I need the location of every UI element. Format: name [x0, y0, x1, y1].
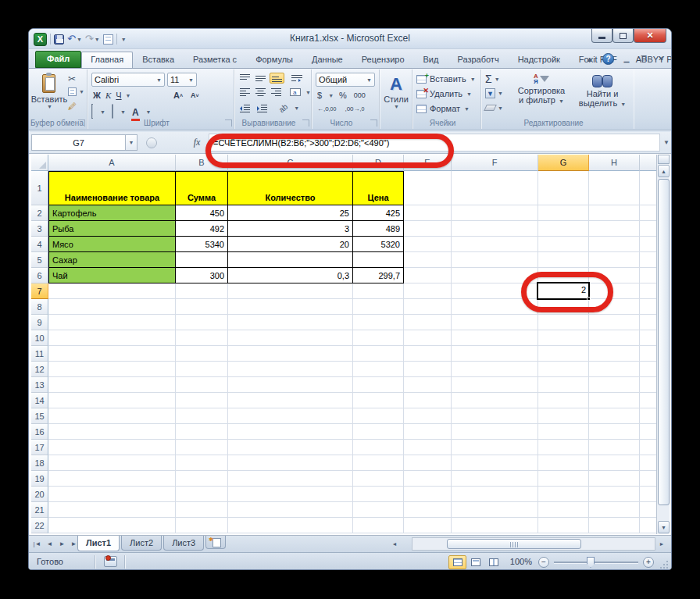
row-header-18[interactable]: 18: [31, 455, 48, 471]
minimize-button[interactable]: [591, 29, 612, 43]
cell-H14[interactable]: [589, 393, 640, 408]
cell-B13[interactable]: [176, 377, 228, 393]
cell-E22[interactable]: [404, 518, 452, 533]
cell-E2[interactable]: [404, 205, 452, 221]
grow-font-button[interactable]: A˄: [172, 90, 184, 101]
horizontal-scroll-thumb[interactable]: [447, 539, 581, 549]
cell-D17[interactable]: [353, 440, 404, 455]
cell-B5[interactable]: [176, 252, 228, 268]
cell-C14[interactable]: [228, 393, 353, 408]
cell-G5[interactable]: [538, 252, 589, 268]
cell-H22[interactable]: [589, 518, 640, 533]
ribbon-tab-главная[interactable]: Главная: [81, 52, 133, 68]
cell-C5[interactable]: [228, 252, 353, 268]
cell-G2[interactable]: [538, 205, 589, 221]
cell-D12[interactable]: [353, 362, 404, 377]
cell-H20[interactable]: [589, 487, 640, 502]
cell-C11[interactable]: [228, 346, 353, 362]
workbook-restore-button[interactable]: ❐: [638, 53, 650, 64]
row-header-15[interactable]: 15: [31, 408, 48, 424]
cell-E1[interactable]: [404, 171, 452, 205]
ribbon-tab-надстройк[interactable]: Надстройк: [509, 52, 570, 68]
cell-H19[interactable]: [589, 471, 640, 487]
cell-H2[interactable]: [589, 205, 640, 221]
row-header-7[interactable]: 7: [31, 283, 48, 299]
cell-F20[interactable]: [452, 487, 538, 502]
cell-E21[interactable]: [404, 502, 452, 518]
cell-A16[interactable]: [48, 424, 176, 440]
cell-A4[interactable]: Мясо: [48, 237, 176, 252]
zoom-out-button[interactable]: −: [538, 557, 549, 568]
borders-button[interactable]: [91, 105, 93, 119]
cell-C3[interactable]: 3: [228, 221, 353, 237]
row-header-20[interactable]: 20: [31, 487, 48, 502]
cell-C18[interactable]: [228, 455, 353, 471]
zoom-track[interactable]: [554, 562, 638, 563]
cell-H12[interactable]: [589, 362, 640, 377]
row-header-12[interactable]: 12: [31, 362, 48, 377]
cell-D19[interactable]: [353, 471, 404, 487]
cell-G20[interactable]: [538, 487, 589, 502]
cell-F14[interactable]: [452, 393, 538, 408]
row-header-13[interactable]: 13: [31, 377, 48, 393]
cell-A2[interactable]: Картофель: [48, 205, 176, 221]
column-header-H[interactable]: H: [589, 155, 640, 171]
cell-H10[interactable]: [589, 330, 640, 346]
cell-F10[interactable]: [452, 330, 538, 346]
cell-B12[interactable]: [176, 362, 228, 377]
cell-F15[interactable]: [452, 408, 538, 424]
cell-D5[interactable]: [353, 252, 404, 268]
cell-D11[interactable]: [353, 346, 404, 362]
increase-decimal-button[interactable]: ←,0,00: [316, 105, 338, 113]
orientation-button[interactable]: ab: [276, 101, 291, 116]
cell-G3[interactable]: [538, 221, 589, 237]
cell-D7[interactable]: [353, 283, 404, 299]
cell-D13[interactable]: [353, 377, 404, 393]
cell-D6[interactable]: 299,7: [353, 268, 404, 283]
decrease-indent-button[interactable]: [238, 104, 252, 113]
cell-A9[interactable]: [48, 315, 176, 330]
paste-button[interactable]: Вставить ▼: [33, 73, 66, 109]
cell-E10[interactable]: [404, 330, 452, 346]
cell-G19[interactable]: [538, 471, 589, 487]
scroll-down-button[interactable]: ▼: [658, 521, 670, 533]
cell-F21[interactable]: [452, 502, 538, 518]
align-right-button[interactable]: [270, 87, 283, 97]
cell-F4[interactable]: [452, 237, 538, 252]
cell-A17[interactable]: [48, 440, 176, 455]
cell-B2[interactable]: 450: [176, 205, 228, 221]
name-box[interactable]: G7: [31, 134, 126, 151]
align-middle-button[interactable]: [254, 73, 267, 83]
row-header-19[interactable]: 19: [31, 471, 48, 487]
delete-cells-button[interactable]: ✕ Удалить▼: [416, 88, 472, 99]
cell-C12[interactable]: [228, 362, 353, 377]
ribbon-tab-вставка[interactable]: Вставка: [133, 52, 184, 68]
cell-A8[interactable]: [48, 299, 176, 315]
cell-D21[interactable]: [353, 502, 404, 518]
cell-G18[interactable]: [538, 455, 589, 471]
cell-D22[interactable]: [353, 518, 404, 533]
insert-worksheet-button[interactable]: [205, 536, 226, 549]
column-header-F[interactable]: F: [452, 155, 538, 171]
sheet-tab-лист3[interactable]: Лист3: [163, 536, 204, 551]
row-header-2[interactable]: 2: [31, 205, 48, 221]
cell-D18[interactable]: [353, 455, 404, 471]
find-select-button[interactable]: Найти и выделить ▼: [575, 73, 630, 108]
cell-D3[interactable]: 489: [353, 221, 404, 237]
cell-B21[interactable]: [176, 502, 228, 518]
cell-C21[interactable]: [228, 502, 353, 518]
cell-F22[interactable]: [452, 518, 538, 533]
normal-view-button[interactable]: [448, 555, 466, 569]
cell-A15[interactable]: [48, 408, 176, 424]
cell-C8[interactable]: [228, 299, 353, 315]
horizontal-scrollbar[interactable]: ◄ ►: [412, 537, 655, 551]
cell-E9[interactable]: [404, 315, 452, 330]
cell-H1[interactable]: [589, 171, 640, 205]
cell-B18[interactable]: [176, 455, 228, 471]
cell-A5[interactable]: Сахар: [48, 252, 176, 268]
ribbon-tab-вид[interactable]: Вид: [414, 52, 448, 68]
insert-cells-button[interactable]: + Вставить▼: [416, 73, 476, 84]
cell-E20[interactable]: [404, 487, 452, 502]
cell-A12[interactable]: [48, 362, 176, 377]
row-header-22[interactable]: 22: [31, 518, 48, 533]
